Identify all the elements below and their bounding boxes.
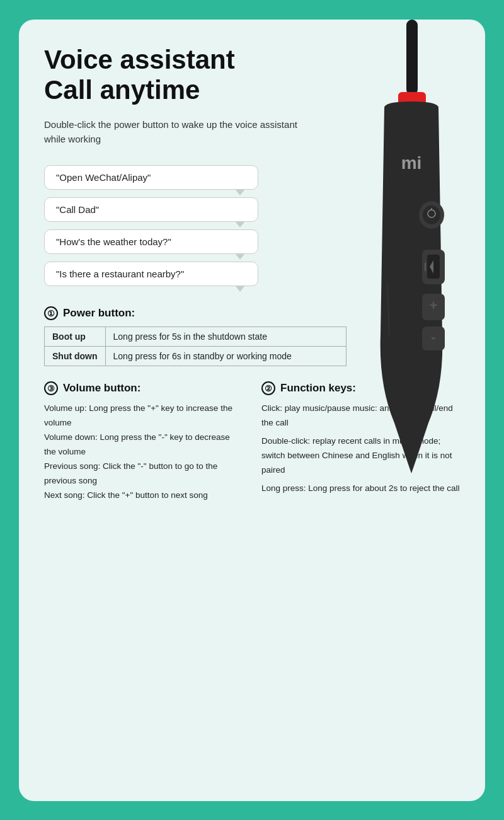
command-3: "How's the weather today?"	[44, 229, 258, 254]
table-cell-desc: Long press for 5s in the shutdown state	[105, 327, 346, 347]
svg-point-5	[423, 205, 440, 224]
table-cell-desc: Long press for 6s in standby or working …	[105, 347, 346, 366]
svg-point-4	[419, 201, 444, 229]
volume-circle-num: ③	[44, 381, 58, 395]
power-table: Boot up Long press for 5s in the shutdow…	[44, 326, 346, 366]
table-cell-label: Boot up	[45, 327, 106, 347]
svg-text:mi: mi	[401, 153, 422, 173]
function-section: ② Function keys: Click: play music/pause…	[261, 381, 460, 503]
table-row: Shut down Long press for 6s in standby o…	[45, 347, 346, 366]
command-1: "Open WeChat/Alipay"	[44, 165, 258, 190]
table-cell-label: Shut down	[45, 347, 106, 366]
page-title: Voice assistant Call anytime	[44, 45, 460, 106]
power-section-title: ① Power button:	[44, 306, 460, 320]
volume-text: Volume up: Long press the "+" key to inc…	[44, 401, 243, 503]
svg-rect-2	[394, 142, 429, 178]
svg-rect-9	[427, 255, 440, 279]
table-row: Boot up Long press for 5s in the shutdow…	[45, 327, 346, 347]
bottom-columns: ③ Volume button: Volume up: Long press t…	[44, 381, 460, 503]
volume-section: ③ Volume button: Volume up: Long press t…	[44, 381, 243, 503]
command-2: "Call Dad"	[44, 197, 258, 222]
voice-commands-list: "Open WeChat/Alipay" "Call Dad" "How's t…	[44, 165, 258, 286]
svg-point-6	[428, 210, 435, 217]
svg-rect-8	[422, 250, 445, 284]
power-circle-num: ①	[44, 306, 58, 320]
function-section-title: ② Function keys:	[261, 381, 460, 395]
command-4: "Is there a restaurant nearby?"	[44, 262, 258, 286]
subtitle-text: Double-click the power button to wake up…	[44, 118, 309, 146]
function-text: Click: play music/pause music: answer th…	[261, 401, 460, 496]
svg-marker-10	[430, 260, 433, 274]
power-section: ① Power button: Boot up Long press for 5…	[44, 306, 460, 366]
function-circle-num: ②	[261, 381, 275, 395]
main-card: mi + - Voice assistant Call anytime	[19, 20, 485, 801]
volume-section-title: ③ Volume button:	[44, 381, 243, 395]
